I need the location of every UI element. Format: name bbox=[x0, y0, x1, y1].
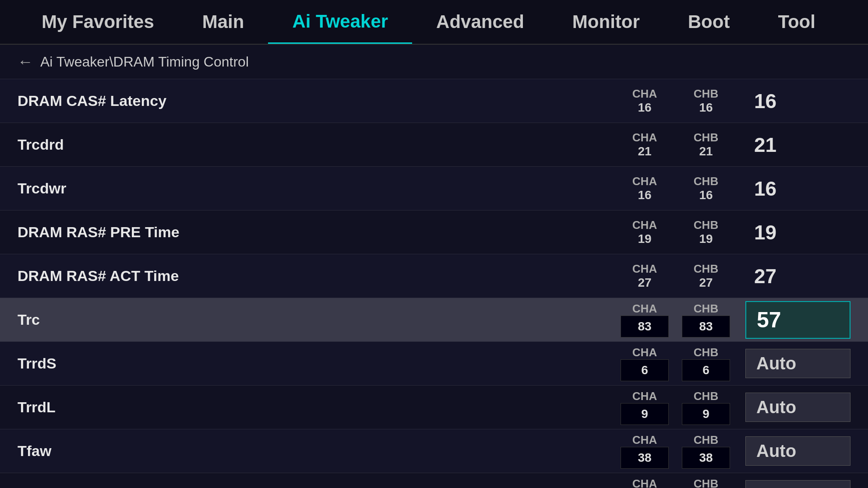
timing-value[interactable]: Auto bbox=[745, 393, 850, 422]
top-navigation: My Favorites Main Ai Tweaker Advanced Mo… bbox=[0, 0, 868, 45]
channel-b-box: CHB6 bbox=[680, 346, 732, 381]
nav-advanced[interactable]: Advanced bbox=[412, 0, 548, 44]
channel-b-label: CHB bbox=[694, 477, 718, 488]
channel-b-label: CHB bbox=[694, 131, 718, 144]
channel-a-value: 27 bbox=[638, 276, 651, 290]
channel-a-value: 19 bbox=[638, 232, 651, 246]
channel-b-value: 19 bbox=[699, 232, 713, 246]
channel-a-label: CHA bbox=[632, 390, 657, 403]
channel-b-box: CHB38 bbox=[680, 433, 732, 469]
channel-b-value: 6 bbox=[682, 359, 730, 381]
channel-b-value: 38 bbox=[682, 447, 730, 469]
channel-b-box: CHB16 bbox=[680, 175, 732, 202]
channel-b-box: CHB19 bbox=[680, 218, 732, 246]
breadcrumb: ← Ai Tweaker\DRAM Timing Control bbox=[0, 45, 868, 79]
nav-boot[interactable]: Boot bbox=[664, 0, 754, 44]
timing-row[interactable]: TfawCHA38CHB38Auto bbox=[0, 429, 868, 473]
timing-value[interactable]: 27 bbox=[745, 264, 850, 288]
channel-a-box: CHA38 bbox=[618, 433, 671, 469]
timing-value[interactable]: Auto bbox=[745, 349, 850, 378]
channel-b-value: 16 bbox=[699, 188, 713, 202]
channel-a-label: CHA bbox=[632, 131, 657, 144]
channel-a-label: CHA bbox=[632, 218, 657, 232]
channel-b-box: CHB83 bbox=[680, 302, 732, 337]
channel-b-box: CHB5 bbox=[680, 477, 732, 488]
channel-group: CHA38CHB38 bbox=[618, 433, 732, 469]
channel-b-value: 83 bbox=[682, 316, 730, 337]
timing-label: DRAM CAS# Latency bbox=[18, 92, 618, 109]
channel-a-value: 38 bbox=[621, 447, 669, 469]
timing-row[interactable]: DRAM RAS# ACT TimeCHA27CHB2727 bbox=[0, 254, 868, 298]
channel-a-label: CHA bbox=[632, 346, 657, 359]
timing-value[interactable]: 16 bbox=[745, 89, 850, 113]
channel-b-label: CHB bbox=[694, 175, 718, 188]
channel-group: CHA16CHB16 bbox=[618, 175, 732, 202]
channel-b-box: CHB27 bbox=[680, 262, 732, 290]
timing-row[interactable]: TwtrSCHA5CHB5Auto bbox=[0, 473, 868, 488]
timing-label: Trc bbox=[18, 311, 618, 328]
channel-a-value: 83 bbox=[621, 316, 669, 337]
timing-value[interactable]: Auto bbox=[745, 480, 850, 488]
timing-row[interactable]: TrrdSCHA6CHB6Auto bbox=[0, 342, 868, 386]
channel-group: CHA83CHB83 bbox=[618, 302, 732, 337]
back-arrow-icon[interactable]: ← bbox=[18, 53, 33, 71]
timing-label: Trcdwr bbox=[18, 180, 618, 197]
channel-a-box: CHA83 bbox=[618, 302, 671, 337]
timing-value[interactable]: Auto bbox=[745, 436, 850, 466]
channel-b-label: CHB bbox=[694, 433, 718, 447]
channel-group: CHA6CHB6 bbox=[618, 346, 732, 381]
channel-b-label: CHB bbox=[694, 218, 718, 232]
timing-label: TwtrS bbox=[18, 486, 618, 488]
timing-value[interactable]: 57 bbox=[745, 301, 850, 339]
timing-value[interactable]: 16 bbox=[745, 177, 850, 200]
timing-label: TrrdL bbox=[18, 399, 618, 416]
channel-b-label: CHB bbox=[694, 262, 718, 276]
timing-control-content: DRAM CAS# LatencyCHA16CHB1616TrcdrdCHA21… bbox=[0, 79, 868, 488]
channel-a-label: CHA bbox=[632, 262, 657, 276]
channel-a-value: 21 bbox=[638, 144, 651, 158]
channel-a-box: CHA9 bbox=[618, 390, 671, 425]
channel-a-label: CHA bbox=[632, 433, 657, 447]
channel-b-box: CHB21 bbox=[680, 131, 732, 158]
nav-ai-tweaker[interactable]: Ai Tweaker bbox=[268, 0, 412, 44]
timing-row[interactable]: DRAM RAS# PRE TimeCHA19CHB1919 bbox=[0, 211, 868, 254]
channel-group: CHA16CHB16 bbox=[618, 87, 732, 115]
timing-value[interactable]: 19 bbox=[745, 221, 850, 244]
timing-row[interactable]: TrcdwrCHA16CHB1616 bbox=[0, 167, 868, 211]
timing-label: Tfaw bbox=[18, 442, 618, 460]
channel-b-box: CHB9 bbox=[680, 390, 732, 425]
channel-group: CHA19CHB19 bbox=[618, 218, 732, 246]
channel-a-box: CHA5 bbox=[618, 477, 671, 488]
channel-b-value: 27 bbox=[699, 276, 713, 290]
channel-a-box: CHA19 bbox=[618, 218, 671, 246]
channel-b-label: CHB bbox=[694, 87, 718, 101]
channel-a-label: CHA bbox=[632, 477, 657, 488]
channel-a-value: 16 bbox=[638, 188, 651, 202]
timing-label: Trcdrd bbox=[18, 136, 618, 153]
timing-row[interactable]: DRAM CAS# LatencyCHA16CHB1616 bbox=[0, 79, 868, 123]
channel-a-value: 6 bbox=[621, 359, 669, 381]
timing-label: DRAM RAS# PRE Time bbox=[18, 224, 618, 241]
timing-row[interactable]: TrcCHA83CHB8357 bbox=[0, 298, 868, 342]
timing-label: DRAM RAS# ACT Time bbox=[18, 267, 618, 284]
nav-tool[interactable]: Tool bbox=[754, 0, 840, 44]
timing-row[interactable]: TrrdLCHA9CHB9Auto bbox=[0, 386, 868, 429]
channel-group: CHA21CHB21 bbox=[618, 131, 732, 158]
channel-b-value: 9 bbox=[682, 403, 730, 425]
channel-a-label: CHA bbox=[632, 87, 657, 101]
channel-b-label: CHB bbox=[694, 346, 718, 359]
channel-b-box: CHB16 bbox=[680, 87, 732, 115]
channel-a-label: CHA bbox=[632, 175, 657, 188]
timing-row[interactable]: TrcdrdCHA21CHB2121 bbox=[0, 123, 868, 167]
channel-group: CHA5CHB5 bbox=[618, 477, 732, 488]
channel-a-box: CHA6 bbox=[618, 346, 671, 381]
timing-label: TrrdS bbox=[18, 355, 618, 372]
channel-group: CHA27CHB27 bbox=[618, 262, 732, 290]
nav-monitor[interactable]: Monitor bbox=[548, 0, 664, 44]
channel-a-value: 9 bbox=[621, 403, 669, 425]
nav-my-favorites[interactable]: My Favorites bbox=[18, 0, 178, 44]
timing-value[interactable]: 21 bbox=[745, 133, 850, 157]
channel-b-value: 21 bbox=[699, 144, 713, 158]
nav-main[interactable]: Main bbox=[178, 0, 268, 44]
channel-a-value: 16 bbox=[638, 101, 651, 115]
